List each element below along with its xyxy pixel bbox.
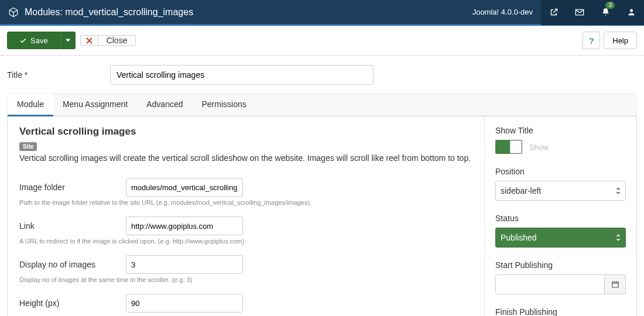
close-button-group: Close [80, 35, 136, 46]
version-label[interactable]: Joomla! 4.0.0-dev [464, 0, 541, 25]
chevron-updown-icon [616, 234, 621, 241]
close-x-button[interactable] [80, 35, 98, 46]
module-description: Vertical scrolling images will create th… [19, 153, 472, 163]
show-title-value: Show [529, 143, 549, 152]
bell-icon[interactable]: 3 [592, 0, 618, 25]
status-label: Status [495, 214, 626, 223]
calendar-icon[interactable] [605, 274, 626, 294]
link-label: Link [19, 221, 126, 231]
height-label: Height (px) [19, 298, 126, 308]
top-bar: Modules: mod_vertical_scrolling_images J… [0, 0, 644, 26]
link-row: Link [19, 217, 472, 235]
mail-icon[interactable] [567, 0, 592, 25]
image-folder-row: Image folder [19, 178, 472, 197]
link-input[interactable] [126, 217, 243, 235]
tab-menu-assignment[interactable]: Menu Assignment [53, 94, 137, 116]
main-column: Vertical scrolling images Site Vertical … [8, 116, 484, 316]
start-publishing-input[interactable] [495, 274, 605, 294]
position-value: sidebar-left [501, 186, 541, 195]
tab-advanced[interactable]: Advanced [137, 94, 192, 116]
position-select[interactable]: sidebar-left [495, 181, 626, 201]
display-no-input[interactable] [126, 255, 243, 274]
display-no-help: Display no of images at the same time in… [19, 276, 472, 283]
display-no-label: Display no of images [19, 260, 126, 269]
save-button[interactable]: Save [7, 32, 60, 49]
page-title: Modules: mod_vertical_scrolling_images [25, 7, 464, 18]
title-label: Title * [7, 70, 110, 80]
image-folder-label: Image folder [19, 183, 126, 192]
tab-permissions[interactable]: Permissions [193, 94, 256, 116]
start-publishing-label: Start Publishing [495, 260, 626, 270]
show-title-toggle-wrap: Show [495, 140, 626, 154]
side-column: Show Title Show Position sidebar-left St… [484, 116, 636, 316]
display-no-row: Display no of images [19, 255, 472, 274]
save-dropdown-button[interactable] [60, 32, 76, 49]
finish-publishing-label: Finish Publishing [495, 307, 626, 316]
status-select[interactable]: Published [495, 228, 626, 248]
panel-body: Vertical scrolling images Site Vertical … [7, 116, 637, 316]
show-title-toggle[interactable] [495, 140, 522, 154]
tabs: Module Menu Assignment Advanced Permissi… [7, 93, 637, 116]
notification-badge: 3 [605, 2, 615, 9]
site-badge: Site [19, 142, 37, 151]
title-input[interactable] [110, 65, 374, 85]
height-row: Height (px) [19, 294, 472, 312]
image-folder-help: Path to the image folder relative to the… [19, 199, 472, 206]
chevron-updown-icon [616, 187, 621, 194]
help-question-button[interactable]: ? [583, 32, 600, 49]
toolbar: Save Close ? Help [0, 26, 644, 56]
user-icon[interactable] [618, 0, 644, 25]
height-input[interactable] [126, 294, 243, 312]
position-label: Position [495, 167, 626, 176]
start-publishing-row [495, 274, 626, 294]
help-button[interactable]: Help [604, 32, 637, 49]
image-folder-input[interactable] [126, 178, 243, 197]
save-button-label: Save [30, 36, 48, 45]
link-help: A URL to redirect to if the image is cli… [19, 238, 472, 245]
cube-icon [8, 7, 19, 18]
title-row: Title * [7, 65, 637, 85]
svg-rect-1 [612, 282, 618, 287]
external-link-icon[interactable] [541, 0, 567, 25]
show-title-label: Show Title [495, 126, 626, 135]
tab-module[interactable]: Module [8, 94, 53, 116]
close-button[interactable]: Close [98, 35, 136, 46]
svg-point-0 [630, 9, 633, 12]
content-area: Title * Module Menu Assignment Advanced … [0, 56, 644, 316]
module-heading: Vertical scrolling images [19, 126, 472, 138]
status-value: Published [501, 233, 537, 242]
